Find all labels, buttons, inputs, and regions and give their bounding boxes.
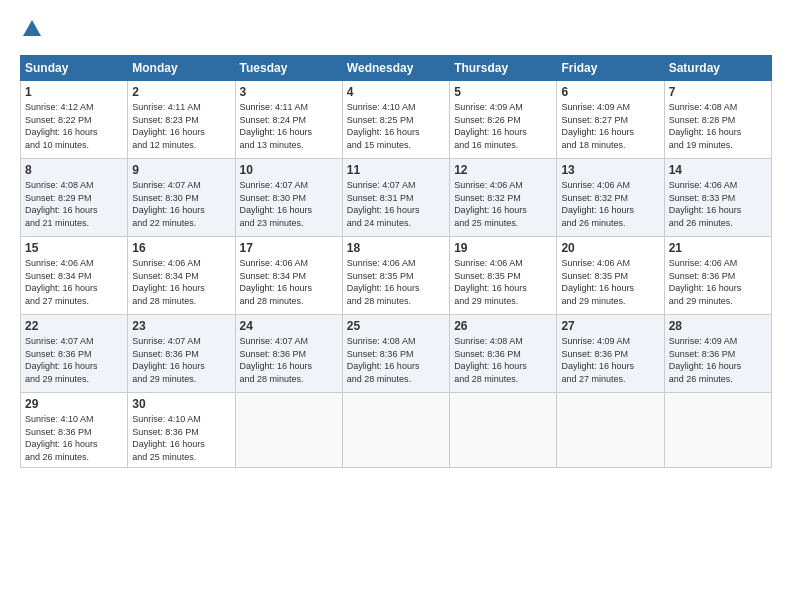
calendar-header-row: SundayMondayTuesdayWednesdayThursdayFrid… (21, 56, 772, 81)
day-number: 17 (240, 241, 338, 255)
calendar-day-cell (450, 393, 557, 468)
day-number: 11 (347, 163, 445, 177)
page-header (20, 18, 772, 45)
day-number: 10 (240, 163, 338, 177)
calendar-day-cell: 29 Sunrise: 4:10 AMSunset: 8:36 PMDaylig… (21, 393, 128, 468)
day-info: Sunrise: 4:08 AMSunset: 8:36 PMDaylight:… (454, 336, 527, 384)
day-info: Sunrise: 4:06 AMSunset: 8:34 PMDaylight:… (25, 258, 98, 306)
calendar-day-cell: 21 Sunrise: 4:06 AMSunset: 8:36 PMDaylig… (664, 237, 771, 315)
day-info: Sunrise: 4:06 AMSunset: 8:35 PMDaylight:… (347, 258, 420, 306)
day-info: Sunrise: 4:07 AMSunset: 8:36 PMDaylight:… (240, 336, 313, 384)
calendar-day-cell: 18 Sunrise: 4:06 AMSunset: 8:35 PMDaylig… (342, 237, 449, 315)
calendar-day-cell: 20 Sunrise: 4:06 AMSunset: 8:35 PMDaylig… (557, 237, 664, 315)
day-info: Sunrise: 4:07 AMSunset: 8:36 PMDaylight:… (25, 336, 98, 384)
calendar-day-cell: 24 Sunrise: 4:07 AMSunset: 8:36 PMDaylig… (235, 315, 342, 393)
calendar-day-cell: 17 Sunrise: 4:06 AMSunset: 8:34 PMDaylig… (235, 237, 342, 315)
day-number: 23 (132, 319, 230, 333)
calendar-day-cell: 10 Sunrise: 4:07 AMSunset: 8:30 PMDaylig… (235, 159, 342, 237)
weekday-header: Monday (128, 56, 235, 81)
calendar-day-cell: 14 Sunrise: 4:06 AMSunset: 8:33 PMDaylig… (664, 159, 771, 237)
logo (20, 18, 43, 45)
calendar-day-cell: 19 Sunrise: 4:06 AMSunset: 8:35 PMDaylig… (450, 237, 557, 315)
day-number: 4 (347, 85, 445, 99)
calendar-week-row: 1 Sunrise: 4:12 AMSunset: 8:22 PMDayligh… (21, 81, 772, 159)
calendar-day-cell (342, 393, 449, 468)
day-number: 21 (669, 241, 767, 255)
day-number: 1 (25, 85, 123, 99)
day-number: 18 (347, 241, 445, 255)
day-number: 5 (454, 85, 552, 99)
day-info: Sunrise: 4:09 AMSunset: 8:27 PMDaylight:… (561, 102, 634, 150)
day-number: 15 (25, 241, 123, 255)
day-info: Sunrise: 4:11 AMSunset: 8:24 PMDaylight:… (240, 102, 313, 150)
calendar-day-cell: 1 Sunrise: 4:12 AMSunset: 8:22 PMDayligh… (21, 81, 128, 159)
calendar-day-cell: 25 Sunrise: 4:08 AMSunset: 8:36 PMDaylig… (342, 315, 449, 393)
calendar-day-cell: 23 Sunrise: 4:07 AMSunset: 8:36 PMDaylig… (128, 315, 235, 393)
calendar-day-cell: 16 Sunrise: 4:06 AMSunset: 8:34 PMDaylig… (128, 237, 235, 315)
calendar-day-cell: 15 Sunrise: 4:06 AMSunset: 8:34 PMDaylig… (21, 237, 128, 315)
day-number: 7 (669, 85, 767, 99)
day-number: 16 (132, 241, 230, 255)
calendar-table: SundayMondayTuesdayWednesdayThursdayFrid… (20, 55, 772, 468)
calendar-week-row: 8 Sunrise: 4:08 AMSunset: 8:29 PMDayligh… (21, 159, 772, 237)
day-number: 19 (454, 241, 552, 255)
calendar-day-cell: 22 Sunrise: 4:07 AMSunset: 8:36 PMDaylig… (21, 315, 128, 393)
day-info: Sunrise: 4:09 AMSunset: 8:26 PMDaylight:… (454, 102, 527, 150)
day-number: 6 (561, 85, 659, 99)
weekday-header: Thursday (450, 56, 557, 81)
calendar-day-cell: 12 Sunrise: 4:06 AMSunset: 8:32 PMDaylig… (450, 159, 557, 237)
day-info: Sunrise: 4:08 AMSunset: 8:36 PMDaylight:… (347, 336, 420, 384)
day-number: 9 (132, 163, 230, 177)
day-info: Sunrise: 4:06 AMSunset: 8:33 PMDaylight:… (669, 180, 742, 228)
day-info: Sunrise: 4:11 AMSunset: 8:23 PMDaylight:… (132, 102, 205, 150)
day-number: 13 (561, 163, 659, 177)
day-info: Sunrise: 4:10 AMSunset: 8:36 PMDaylight:… (25, 414, 98, 462)
day-number: 29 (25, 397, 123, 411)
calendar-day-cell: 7 Sunrise: 4:08 AMSunset: 8:28 PMDayligh… (664, 81, 771, 159)
day-info: Sunrise: 4:06 AMSunset: 8:36 PMDaylight:… (669, 258, 742, 306)
svg-marker-0 (23, 20, 41, 36)
calendar-day-cell: 13 Sunrise: 4:06 AMSunset: 8:32 PMDaylig… (557, 159, 664, 237)
calendar-day-cell: 4 Sunrise: 4:10 AMSunset: 8:25 PMDayligh… (342, 81, 449, 159)
day-number: 25 (347, 319, 445, 333)
day-number: 12 (454, 163, 552, 177)
calendar-week-row: 15 Sunrise: 4:06 AMSunset: 8:34 PMDaylig… (21, 237, 772, 315)
day-info: Sunrise: 4:09 AMSunset: 8:36 PMDaylight:… (669, 336, 742, 384)
day-info: Sunrise: 4:06 AMSunset: 8:35 PMDaylight:… (454, 258, 527, 306)
day-info: Sunrise: 4:06 AMSunset: 8:34 PMDaylight:… (132, 258, 205, 306)
calendar-day-cell: 8 Sunrise: 4:08 AMSunset: 8:29 PMDayligh… (21, 159, 128, 237)
day-number: 20 (561, 241, 659, 255)
day-info: Sunrise: 4:08 AMSunset: 8:28 PMDaylight:… (669, 102, 742, 150)
calendar-day-cell: 6 Sunrise: 4:09 AMSunset: 8:27 PMDayligh… (557, 81, 664, 159)
day-info: Sunrise: 4:07 AMSunset: 8:36 PMDaylight:… (132, 336, 205, 384)
day-number: 24 (240, 319, 338, 333)
calendar-week-row: 22 Sunrise: 4:07 AMSunset: 8:36 PMDaylig… (21, 315, 772, 393)
calendar-day-cell: 5 Sunrise: 4:09 AMSunset: 8:26 PMDayligh… (450, 81, 557, 159)
day-number: 30 (132, 397, 230, 411)
day-info: Sunrise: 4:09 AMSunset: 8:36 PMDaylight:… (561, 336, 634, 384)
day-info: Sunrise: 4:06 AMSunset: 8:32 PMDaylight:… (454, 180, 527, 228)
day-number: 8 (25, 163, 123, 177)
calendar-day-cell: 26 Sunrise: 4:08 AMSunset: 8:36 PMDaylig… (450, 315, 557, 393)
calendar-day-cell: 27 Sunrise: 4:09 AMSunset: 8:36 PMDaylig… (557, 315, 664, 393)
day-number: 27 (561, 319, 659, 333)
day-info: Sunrise: 4:10 AMSunset: 8:25 PMDaylight:… (347, 102, 420, 150)
day-info: Sunrise: 4:07 AMSunset: 8:30 PMDaylight:… (240, 180, 313, 228)
day-number: 28 (669, 319, 767, 333)
day-number: 3 (240, 85, 338, 99)
day-number: 2 (132, 85, 230, 99)
weekday-header: Friday (557, 56, 664, 81)
day-info: Sunrise: 4:12 AMSunset: 8:22 PMDaylight:… (25, 102, 98, 150)
calendar-day-cell: 11 Sunrise: 4:07 AMSunset: 8:31 PMDaylig… (342, 159, 449, 237)
day-info: Sunrise: 4:08 AMSunset: 8:29 PMDaylight:… (25, 180, 98, 228)
day-info: Sunrise: 4:06 AMSunset: 8:35 PMDaylight:… (561, 258, 634, 306)
calendar-day-cell (557, 393, 664, 468)
calendar-day-cell: 9 Sunrise: 4:07 AMSunset: 8:30 PMDayligh… (128, 159, 235, 237)
day-number: 14 (669, 163, 767, 177)
day-info: Sunrise: 4:10 AMSunset: 8:36 PMDaylight:… (132, 414, 205, 462)
calendar-week-row: 29 Sunrise: 4:10 AMSunset: 8:36 PMDaylig… (21, 393, 772, 468)
calendar-day-cell: 28 Sunrise: 4:09 AMSunset: 8:36 PMDaylig… (664, 315, 771, 393)
day-number: 26 (454, 319, 552, 333)
day-info: Sunrise: 4:07 AMSunset: 8:31 PMDaylight:… (347, 180, 420, 228)
logo-text (20, 18, 43, 45)
